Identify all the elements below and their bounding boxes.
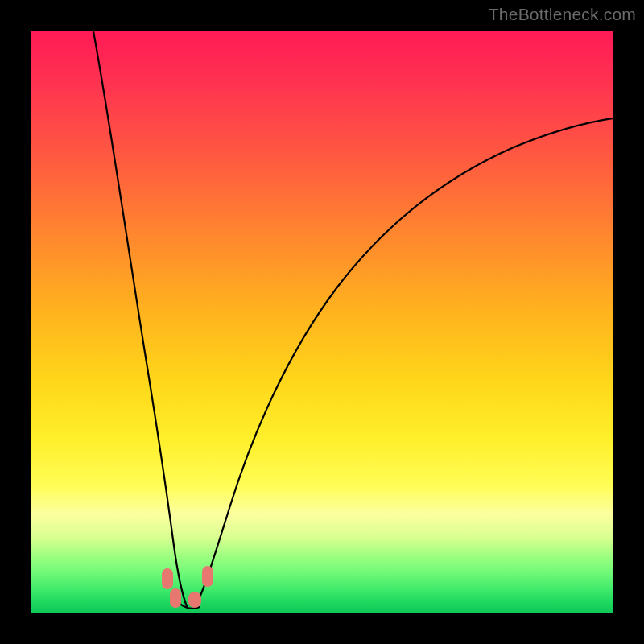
chart-frame: TheBottleneck.com (0, 0, 644, 644)
marker-valley-left (162, 568, 173, 589)
marker-valley-right (202, 566, 213, 587)
marker-valley-floor-1 (170, 588, 181, 608)
curve-right-branch (195, 118, 613, 607)
plot-area (31, 31, 613, 613)
curve-left-branch (92, 31, 187, 606)
valley-markers (162, 566, 213, 608)
watermark-text: TheBottleneck.com (489, 5, 636, 24)
marker-valley-floor-2 (188, 592, 201, 608)
bottleneck-curve (31, 31, 613, 613)
